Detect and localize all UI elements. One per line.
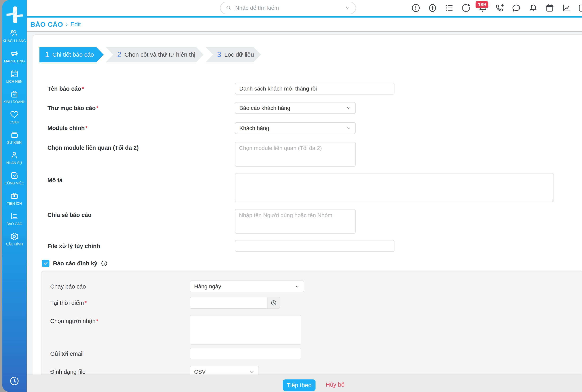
sidebar-item-cong-viec[interactable]: CÔNG VIỆC bbox=[2, 168, 27, 188]
report-name-input[interactable] bbox=[235, 83, 394, 94]
step-label: Chọn cột và thứ tự hiển thị bbox=[125, 51, 195, 58]
file-format-label: Định dạng file bbox=[50, 369, 85, 375]
step-number: 1 bbox=[45, 50, 49, 59]
custom-file-label: File xử lý tùy chỉnh bbox=[47, 243, 100, 250]
recent-activity-clock-icon[interactable] bbox=[2, 376, 27, 386]
add-circle-icon[interactable] bbox=[428, 3, 437, 13]
topbar-icon-strip bbox=[411, 3, 582, 13]
global-search[interactable] bbox=[220, 2, 356, 14]
sidebar-item-lich-hen[interactable]: LỊCH HẸN bbox=[2, 66, 27, 86]
periodic-report-row: Báo cáo định kỳ bbox=[42, 260, 108, 267]
periodic-report-checkbox[interactable] bbox=[42, 260, 49, 267]
chat-bubble-icon[interactable] bbox=[512, 3, 521, 13]
step-label: Lọc dữ liệu bbox=[224, 51, 254, 58]
sidebar-item-bao-cao[interactable]: BÁO CÁO bbox=[2, 208, 27, 229]
accent-divider bbox=[27, 16, 582, 18]
list-icon[interactable] bbox=[445, 3, 454, 13]
heart-icon bbox=[10, 110, 19, 119]
custom-file-input[interactable] bbox=[235, 240, 394, 252]
sync-status-icon[interactable] bbox=[461, 3, 471, 13]
sidebar-item-label: LỊCH HẸN bbox=[6, 80, 22, 84]
briefcase-icon bbox=[10, 191, 19, 200]
related-module-label: Chọn module liên quan (Tối đa 2) bbox=[47, 144, 139, 151]
main-module-select[interactable]: Khách hàng bbox=[235, 122, 356, 134]
customers-icon bbox=[10, 28, 19, 38]
step-number: 2 bbox=[117, 50, 121, 59]
related-module-box[interactable]: Chọn module liên quan (Tối đa 2) bbox=[235, 142, 356, 167]
at-time-group bbox=[190, 297, 280, 309]
clipboard-partial-icon[interactable] bbox=[579, 3, 582, 13]
chevron-down-icon[interactable] bbox=[345, 5, 350, 11]
cancel-button[interactable]: Hủy bỏ bbox=[326, 381, 345, 388]
selected-value: Báo cáo khách hàng bbox=[239, 105, 290, 111]
step-number: 3 bbox=[217, 50, 221, 59]
alert-seal-icon[interactable] bbox=[411, 3, 421, 13]
send-to-email-input[interactable] bbox=[190, 348, 301, 359]
notification-count-badge: 189 bbox=[476, 1, 488, 8]
next-button[interactable]: Tiếp theo bbox=[283, 380, 316, 391]
search-input[interactable] bbox=[235, 5, 341, 11]
breadcrumb-section[interactable]: BÁO CÁO bbox=[30, 20, 63, 28]
time-picker-button[interactable] bbox=[267, 297, 280, 309]
bag-check-icon bbox=[10, 90, 19, 99]
wizard-steps: 1 Chi tiết báo cáo 2 Chọn cột và thứ tự … bbox=[39, 47, 261, 62]
sidebar-item-label: BÁO CÁO bbox=[6, 222, 22, 226]
megaphone-icon bbox=[10, 49, 19, 58]
sidebar-item-label: CÔNG VIỆC bbox=[4, 181, 24, 186]
sidebar-item-kinh-doanh[interactable]: KINH DOANH bbox=[2, 86, 27, 107]
sidebar-item-label: KHÁCH HÀNG bbox=[3, 39, 26, 43]
step-label: Chi tiết báo cáo bbox=[52, 51, 94, 58]
selected-value: Khách hàng bbox=[239, 125, 269, 132]
event-box-icon bbox=[10, 130, 19, 139]
chevron-down-icon bbox=[346, 126, 351, 131]
report-icon bbox=[10, 212, 19, 221]
sidebar-item-cau-hinh[interactable]: CẤU HÌNH bbox=[2, 229, 27, 249]
report-edit-card: 1 Chi tiết báo cáo 2 Chọn cột và thứ tự … bbox=[33, 34, 582, 392]
bell-muted-icon[interactable] bbox=[528, 3, 538, 13]
breadcrumb-separator: › bbox=[66, 21, 67, 28]
run-report-label: Chạy báo cáo bbox=[50, 283, 86, 290]
step-loc-du-lieu[interactable]: 3 Lọc dữ liệu bbox=[205, 47, 261, 62]
selected-value: Hàng ngày bbox=[194, 283, 221, 290]
schedule-panel: Chạy báo cáo Hàng ngày Tại thời điểm* Ch… bbox=[41, 270, 582, 392]
breadcrumb: BÁO CÁO › Edit bbox=[27, 18, 582, 32]
breadcrumb-current: Edit bbox=[70, 21, 81, 28]
description-textarea[interactable] bbox=[235, 173, 554, 202]
description-label: Mô tả bbox=[47, 177, 62, 184]
calendar-icon bbox=[10, 69, 19, 78]
send-to-email-label: Gửi tới email bbox=[50, 350, 83, 357]
report-folder-select[interactable]: Báo cáo khách hàng bbox=[235, 102, 356, 114]
step-chi-tiet-bao-cao[interactable]: 1 Chi tiết báo cáo bbox=[39, 47, 104, 62]
sidebar-item-label: NHÂN SỰ bbox=[6, 161, 22, 165]
sidebar-item-khach-hang[interactable]: KHÁCH HÀNG bbox=[2, 26, 27, 46]
sidebar-nav: KHÁCH HÀNG MARKETING LỊCH HẸN KINH DOANH… bbox=[2, 26, 27, 249]
sidebar-item-nhan-su[interactable]: NHÂN SỰ bbox=[2, 148, 27, 168]
share-report-box[interactable]: Nhập tên Người dùng hoặc tên Nhóm bbox=[235, 209, 356, 234]
recipients-box[interactable] bbox=[190, 315, 301, 344]
sidebar-item-label: CSKH bbox=[9, 120, 19, 124]
sidebar-item-label: TIỆN ÍCH bbox=[7, 202, 22, 206]
step-chon-cot[interactable]: 2 Chọn cột và thứ tự hiển thị bbox=[106, 47, 203, 62]
report-name-label: Tên báo cáo* bbox=[47, 86, 84, 92]
sidebar-item-label: MARKETING bbox=[4, 59, 25, 64]
sidebar-item-label: CẤU HÌNH bbox=[6, 242, 23, 246]
analytics-chart-icon[interactable] bbox=[562, 3, 571, 13]
calendar-topbar-icon[interactable] bbox=[545, 3, 555, 13]
share-report-label: Chia sẻ báo cáo bbox=[47, 212, 91, 218]
phone-add-icon[interactable] bbox=[495, 3, 504, 13]
app-logo-icon[interactable] bbox=[5, 6, 24, 24]
sidebar-item-marketing[interactable]: MARKETING bbox=[2, 46, 27, 66]
at-time-input[interactable] bbox=[190, 297, 267, 309]
sidebar-item-cskh[interactable]: CSKH bbox=[2, 107, 27, 127]
chevron-down-icon bbox=[295, 284, 300, 289]
chevron-down-icon bbox=[249, 369, 255, 374]
sidebar: KHÁCH HÀNG MARKETING LỊCH HẸN KINH DOANH… bbox=[2, 0, 27, 392]
related-module-placeholder: Chọn module liên quan (Tối đa 2) bbox=[239, 145, 322, 151]
recipients-label: Chọn người nhận* bbox=[50, 318, 98, 324]
sidebar-item-su-kien[interactable]: SỰ KIỆN bbox=[2, 127, 27, 148]
top-bar: 189 bbox=[27, 0, 582, 16]
sidebar-item-tien-ich[interactable]: TIỆN ÍCH bbox=[2, 188, 27, 208]
run-report-select[interactable]: Hàng ngày bbox=[190, 280, 304, 292]
info-icon[interactable] bbox=[101, 260, 108, 267]
report-folder-label: Thư mục báo cáo* bbox=[47, 105, 98, 112]
